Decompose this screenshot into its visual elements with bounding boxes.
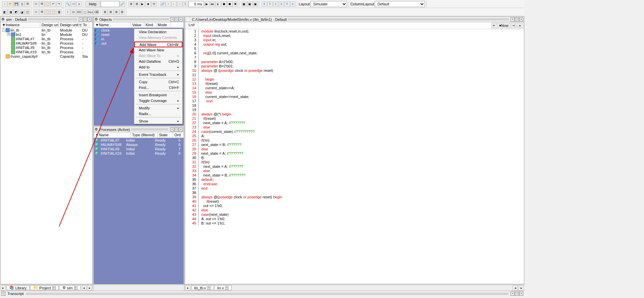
proc-col-state[interactable]: State: [158, 132, 173, 138]
obj-float-btn[interactable]: +: [170, 17, 174, 21]
t2-IO-icon[interactable]: I/O: [76, 9, 82, 15]
code-line[interactable]: 38: [185, 191, 524, 195]
obj-col-value[interactable]: Value: [131, 22, 144, 28]
code-col-ln[interactable]: Ln#: [185, 22, 199, 29]
help-button[interactable]: Help: [85, 1, 100, 7]
code-line[interactable]: 32 next_state = A; //??????: [185, 164, 524, 169]
runlength-input[interactable]: [189, 1, 204, 7]
code-max-btn[interactable]: □: [515, 17, 519, 21]
sim-col-instance[interactable]: ▼Instance: [1, 22, 40, 28]
tr-max[interactable]: □: [515, 292, 519, 296]
sim-row[interactable]: #INITIAL#9lin_tbProcess-: [1, 45, 92, 50]
proc-col-type[interactable]: Type (filtered): [131, 132, 158, 138]
menu-view-declaration[interactable]: View Declaration: [134, 29, 182, 35]
t2-5-icon[interactable]: ◫: [25, 9, 30, 15]
proc-close-btn[interactable]: ×: [179, 128, 183, 132]
code-line[interactable]: 45B: out <= 1'b1;: [185, 221, 524, 226]
code-line[interactable]: 6 reg[1:0] current_state,next_state;: [185, 51, 524, 55]
code-close-btn[interactable]: ×: [519, 17, 523, 21]
menu-insert-breakpoint[interactable]: Insert Breakpoint: [134, 92, 182, 98]
tab-lintb-close[interactable]: ×: [207, 286, 211, 290]
sim-row[interactable]: +lin1linModuleDU: [1, 32, 92, 37]
gear1-icon[interactable]: ⚙: [102, 9, 108, 15]
menu-copy[interactable]: CopyCtrl+C: [134, 79, 182, 85]
help-input[interactable]: [101, 1, 119, 7]
zoomin4-icon[interactable]: ⇓: [290, 1, 296, 7]
code-line[interactable]: 8parameter A=2'b00;: [185, 60, 524, 64]
sim-row[interactable]: -lin_tblin_tbModuleDU: [1, 28, 92, 32]
obj-close-btn[interactable]: ×: [179, 17, 183, 21]
cut-icon[interactable]: ✂: [34, 1, 39, 7]
code-line[interactable]: 35default:;: [185, 178, 524, 182]
code-end-icon[interactable]: ⇥: [511, 23, 516, 28]
zoomin-icon[interactable]: ⇑: [267, 1, 273, 7]
t2-ALL-icon[interactable]: ALL: [88, 9, 93, 15]
menu-add-wave[interactable]: Add WaveCtrl+W: [134, 42, 182, 47]
menu-show[interactable]: Show: [134, 118, 182, 124]
tab-project-close[interactable]: ×: [52, 286, 56, 290]
win1-icon[interactable]: ▣: [241, 1, 247, 7]
code-line[interactable]: 3 input in;: [185, 38, 524, 42]
tab-sim-close[interactable]: ×: [74, 286, 77, 290]
tab-lintb[interactable]: lin_tb.v×: [191, 285, 214, 290]
t2-I-icon[interactable]: I: [65, 9, 70, 15]
tab-sim[interactable]: ⚙sim×: [59, 285, 80, 290]
right-icon[interactable]: →: [177, 1, 182, 7]
sim-col-dut[interactable]: Design unit type: [59, 22, 82, 28]
gear4-icon[interactable]: ⚙: [119, 9, 125, 15]
code-line[interactable]: 37end: [185, 186, 524, 191]
tab-scroll-left[interactable]: ◂: [82, 285, 87, 291]
code-line[interactable]: 30B:: [185, 156, 524, 160]
code-line[interactable]: 25A:: [185, 134, 524, 138]
sim-close-btn[interactable]: ×: [88, 17, 92, 21]
code-line[interactable]: 10always @ (posedge clock or posedge res…: [185, 68, 524, 73]
compileall-icon[interactable]: ⚙: [134, 1, 140, 7]
runall-icon[interactable]: ⏭: [210, 1, 215, 7]
win3-icon[interactable]: ▣: [253, 1, 258, 7]
code-line[interactable]: 18: [185, 103, 524, 108]
t2-paste2-icon[interactable]: 📋: [51, 9, 56, 15]
code-line[interactable]: 22 next_state = A; //???????: [185, 121, 524, 125]
code-line[interactable]: 24case(current_state) //?????????: [185, 130, 524, 134]
sim-col-du[interactable]: Design unit: [40, 22, 59, 28]
menu-toggle-coverage[interactable]: Toggle Coverage: [134, 98, 182, 103]
code-body[interactable]: 1module lin(clock,reset,in,out);2 input …: [185, 29, 524, 284]
code-line[interactable]: 26if(!in): [185, 138, 524, 143]
code-line[interactable]: 20always @(*) begin: [185, 112, 524, 116]
step-icon[interactable]: ⤵: [183, 1, 188, 7]
sim-max-btn[interactable]: □: [83, 17, 87, 21]
sim-body[interactable]: -lin_tblin_tbModuleDU+lin1linModuleDU#IN…: [1, 28, 92, 284]
win2-icon[interactable]: ▣: [247, 1, 253, 7]
code-line[interactable]: 12 begin: [185, 77, 524, 82]
zoomout-icon[interactable]: ⇓: [273, 1, 278, 7]
columnlayout-select[interactable]: Default: [375, 1, 425, 7]
copy-icon[interactable]: ⧉: [39, 1, 45, 7]
t2-1-icon[interactable]: ◧: [2, 9, 7, 15]
compile-icon[interactable]: ⚙: [128, 1, 134, 7]
proc-col-name[interactable]: ▼Name: [94, 132, 131, 138]
saveall-icon[interactable]: ⧉: [25, 1, 30, 7]
code-home-icon[interactable]: ⇤: [492, 23, 497, 28]
expander-icon[interactable]: +: [7, 33, 10, 36]
proc-col-ord[interactable]: Ord: [173, 132, 181, 138]
code-line[interactable]: 34 next_state = B; //???????: [185, 173, 524, 178]
processes-body[interactable]: #INITIAL#7InitialReady5#ALWAYS#8AlwaysRe…: [94, 138, 183, 284]
process-row[interactable]: #INITIAL#7InitialReady5: [94, 138, 183, 142]
redo-icon[interactable]: ↷: [56, 1, 62, 7]
tab-lin-close[interactable]: ×: [225, 286, 228, 290]
code-now-btn[interactable]: ■ Now: [498, 23, 510, 28]
left-icon[interactable]: ←: [171, 1, 177, 7]
undo-icon[interactable]: ↶: [51, 1, 56, 7]
code-line[interactable]: 11: [185, 73, 524, 77]
transcript-bar[interactable]: □ Transcript +□×: [0, 291, 525, 296]
code-line[interactable]: 23 else: [185, 125, 524, 130]
tab-list-icon[interactable]: ▸: [1, 285, 6, 291]
obj-col-mode[interactable]: Mode: [156, 22, 171, 28]
run-icon[interactable]: ▶: [204, 1, 210, 7]
code-line[interactable]: 5: [185, 47, 524, 51]
t2-2-icon[interactable]: ◨: [8, 9, 13, 15]
transcript-expand[interactable]: □: [1, 292, 5, 296]
sim-col-to[interactable]: To: [82, 22, 90, 28]
new-icon[interactable]: ▫: [2, 1, 7, 7]
code-line[interactable]: 13 if(reset): [185, 82, 524, 86]
